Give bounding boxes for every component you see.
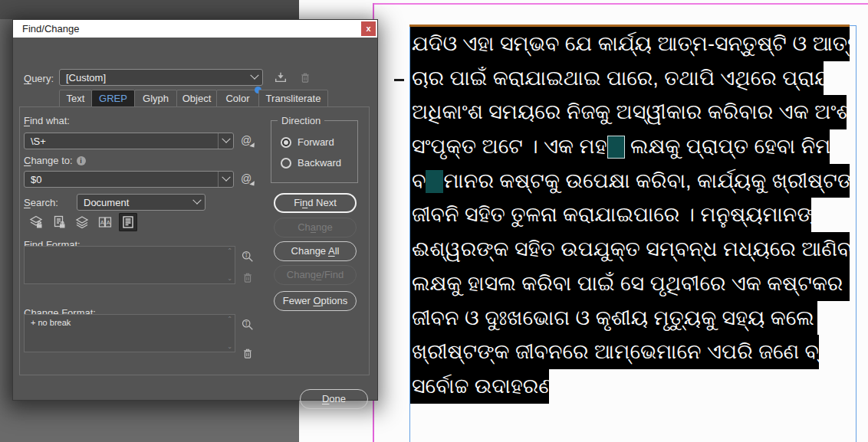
- change-all-button[interactable]: Change All: [274, 241, 357, 261]
- direction-backward-radio[interactable]: Backward: [281, 157, 341, 169]
- include-locked-stories-icon[interactable]: [50, 213, 68, 231]
- text-line[interactable]: ଈଶ୍ୱରଙ୍କ ସହିତ ଉପଯୁକ୍ତ ସମ୍ବନ୍ଧ ମଧ୍ୟରେ ଆଣି…: [410, 232, 850, 267]
- chevron-down-icon[interactable]: [218, 133, 233, 149]
- text-run: ସର୍ବୋଚ୍ଚ ଉଦାହରଣକୁ: [412, 375, 549, 398]
- svg-text:A: A: [107, 219, 110, 226]
- tab-glyph[interactable]: Glyph: [134, 90, 177, 107]
- text-line[interactable]: ସର୍ବୋଚ୍ଚ ଉଦାହରଣକୁ: [410, 369, 549, 404]
- change-to-value: $0: [25, 174, 218, 185]
- svg-text:T: T: [245, 253, 248, 259]
- find-format-value: [25, 247, 235, 253]
- text-run: ଚାର ପାଇଁ କରାଯାଇଥାଇ ପାରେ, ତଥାପି ଏଥିରେ ପ୍ର…: [412, 67, 824, 90]
- text-run: ବ: [412, 169, 426, 192]
- dialog-titlebar[interactable]: Find/Change x: [13, 20, 377, 38]
- text-line[interactable]: ଚାର ପାଇଁ କରାଯାଇଥାଇ ପାରେ, ତଥାପି ଏଥିରେ ପ୍ର…: [410, 61, 824, 96]
- query-label: Query:: [24, 73, 54, 84]
- tab-transliterate[interactable]: Transliterate: [258, 90, 328, 107]
- close-button[interactable]: x: [361, 21, 376, 36]
- query-dropdown[interactable]: [Custom]: [59, 69, 263, 86]
- text-run: ମାନର କଷ୍ଟକୁ ଉପେକ୍ଷା କରିବା, କାର୍ଯ୍ୟକୁ ଖ୍ର…: [443, 169, 850, 192]
- change-to-label: Change to:i: [24, 155, 86, 166]
- line-break-mark: [394, 79, 404, 81]
- text-line[interactable]: ଅଧିକାଂଶ ସମୟରେ ନିଜକୁ ଅସ୍ୱୀକାର କରିବାର ଏକ ଅ…: [410, 95, 847, 129]
- search-label: Search:: [24, 197, 58, 208]
- tab-color[interactable]: Color: [216, 90, 259, 107]
- find-format-box[interactable]: ⌃ ⌄: [24, 246, 235, 284]
- close-icon: x: [366, 24, 370, 33]
- chevron-down-icon[interactable]: [218, 172, 233, 187]
- fewer-options-button[interactable]: Fewer Options: [274, 291, 357, 311]
- dialog-body: Query: [Custom] Text GREP Glyph Object C…: [13, 38, 377, 400]
- include-footnotes-icon[interactable]: [119, 213, 137, 231]
- find-what-label: Find what:: [24, 115, 70, 126]
- search-scope-toggles: AA: [27, 213, 137, 231]
- find-change-dialog: Find/Change x Query: [Custom] Text GREP …: [12, 19, 378, 401]
- chevron-down-icon: [247, 70, 262, 85]
- find-what-field[interactable]: \S+: [24, 133, 234, 149]
- change-to-field[interactable]: $0: [24, 171, 234, 188]
- indesign-workspace: ଯଦିଓ ଏହା ସମ୍ଭବ ଯେ କାର୍ଯ୍ୟ ଆତ୍ମ-ସନ୍ତୁଷ୍ଟି…: [0, 0, 868, 442]
- text-run: ଜୀବନ ଓ ଦୁଃଖଭୋଗ ଓ କୃଶୀୟ ମୃତ୍ୟୁକୁ ସହ୍ୟ କଲେ…: [412, 306, 817, 329]
- special-characters-menu-icon[interactable]: @: [241, 172, 256, 188]
- tab-text[interactable]: Text: [59, 90, 92, 107]
- include-master-pages-icon[interactable]: AA: [96, 213, 114, 231]
- clear-find-format-icon[interactable]: [240, 270, 255, 285]
- find-next-button[interactable]: Find Next: [274, 193, 357, 213]
- delete-query-icon[interactable]: [298, 70, 313, 85]
- text-run: ଲକ୍ଷକୁ ପ୍ରାପ୍ତ ହେବା ନିମନ୍ତେ: [625, 135, 830, 158]
- direction-forward-label: Forward: [298, 136, 334, 148]
- text-run: ଯଦିଓ ଏହା ସମ୍ଭବ ଯେ କାର୍ଯ୍ୟ ଆତ୍ମ-ସନ୍ତୁଷ୍ଟି…: [412, 32, 850, 55]
- scroll-down-icon[interactable]: ⌄: [227, 276, 232, 282]
- text-line[interactable]: ଲକ୍ଷକୁ ହାସଲ କରିବା ପାଇଁ ସେ ପୃଥିବୀରେ ଏକ କଷ…: [410, 267, 850, 301]
- text-line[interactable]: ଯଦିଓ ଏହା ସମ୍ଭବ ଯେ କାର୍ଯ୍ୟ ଆତ୍ମ-ସନ୍ତୁଷ୍ଟି…: [410, 27, 850, 61]
- change-format-value: + no break: [25, 315, 235, 330]
- direction-forward-radio[interactable]: Forward: [281, 136, 334, 148]
- search-scope-dropdown[interactable]: Document: [77, 194, 205, 211]
- specify-attributes-icon[interactable]: T: [240, 249, 255, 264]
- clear-change-format-icon[interactable]: [240, 345, 255, 361]
- chevron-down-icon: [189, 195, 205, 210]
- specify-attributes-icon[interactable]: T: [240, 317, 255, 332]
- margin-guide-horizontal[interactable]: [373, 3, 868, 5]
- change-to-label-text: Change to:: [24, 155, 73, 166]
- tab-object[interactable]: Object: [176, 90, 217, 107]
- text-run: ଖ୍ରୀଷ୍ଟଙ୍କ ଜୀବନରେ ଆମ୍ଭେମାନେ ଏପରି ଜଣେ ବ୍ୟ…: [412, 340, 819, 363]
- svg-text:A: A: [100, 219, 104, 226]
- scroll-down-icon[interactable]: ⌄: [227, 344, 232, 350]
- text-line[interactable]: ଜୀବନି ସହିତ ତୁଳନା କରାଯାଇପାରେ । ମନୁଷ୍ୟମାନଙ…: [410, 198, 811, 232]
- done-button[interactable]: Done: [300, 389, 368, 409]
- text-run: ସଂପୃକ୍ତ ଅଟେ । ଏକ ମହ: [412, 135, 607, 158]
- find-what-value: \S+: [25, 136, 218, 147]
- pasteboard: [0, 0, 299, 19]
- text-run: ଲକ୍ଷକୁ ହାସଲ କରିବା ପାଇଁ ସେ ପୃଥିବୀରେ ଏକ କଷ…: [412, 272, 843, 295]
- save-query-icon[interactable]: [273, 70, 288, 85]
- text-run: ଈଶ୍ୱରଙ୍କ ସହିତ ଉପଯୁକ୍ତ ସମ୍ବନ୍ଧ ମଧ୍ୟରେ ଆଣି…: [412, 237, 850, 260]
- tab-bar: Text GREP Glyph Object Color Translitera…: [59, 90, 327, 107]
- change-button[interactable]: Change: [274, 218, 357, 237]
- direction-group: Direction Forward Backward: [271, 120, 358, 183]
- tab-grep[interactable]: GREP: [91, 90, 135, 107]
- scroll-up-icon[interactable]: ⌃: [227, 248, 232, 254]
- change-format-box[interactable]: + no break ⌃ ⌄: [24, 314, 235, 352]
- special-characters-menu-icon[interactable]: @: [241, 134, 256, 149]
- text-line[interactable]: ସଂପୃକ୍ତ ଅଟେ । ଏକ ମହ ଲକ୍ଷକୁ ପ୍ରାପ୍ତ ହେବା …: [410, 129, 830, 164]
- svg-text:T: T: [245, 321, 248, 327]
- direction-group-label: Direction: [278, 115, 324, 126]
- selected-text-block[interactable]: ଯଦିଓ ଏହା ସମ୍ଭବ ଯେ କାର୍ଯ୍ୟ ଆତ୍ମ-ସନ୍ତୁଷ୍ଟି…: [410, 27, 850, 404]
- tab-color-label: Color: [225, 93, 249, 104]
- include-locked-layers-icon[interactable]: [27, 213, 45, 231]
- search-scope-value: Document: [77, 197, 189, 208]
- missing-glyph-box: [607, 136, 625, 159]
- missing-glyph-box: [426, 170, 443, 193]
- include-hidden-layers-icon[interactable]: [73, 213, 91, 231]
- change-find-button[interactable]: Change/Find: [274, 265, 357, 285]
- query-value: [Custom]: [60, 72, 247, 83]
- direction-backward-label: Backward: [298, 157, 341, 169]
- text-line[interactable]: ଜୀବନ ଓ ଦୁଃଖଭୋଗ ଓ କୃଶୀୟ ମୃତ୍ୟୁକୁ ସହ୍ୟ କଲେ…: [410, 301, 817, 336]
- scroll-up-icon[interactable]: ⌃: [227, 316, 232, 322]
- text-line[interactable]: ଖ୍ରୀଷ୍ଟଙ୍କ ଜୀବନରେ ଆମ୍ଭେମାନେ ଏପରି ଜଣେ ବ୍ୟ…: [410, 335, 819, 369]
- info-icon: i: [77, 156, 86, 165]
- dialog-title: Find/Change: [22, 20, 79, 38]
- radio-selected-icon: [281, 137, 291, 148]
- text-line[interactable]: ବମାନର କଷ୍ଟକୁ ଉପେକ୍ଷା କରିବା, କାର୍ଯ୍ୟକୁ ଖ୍…: [410, 164, 850, 198]
